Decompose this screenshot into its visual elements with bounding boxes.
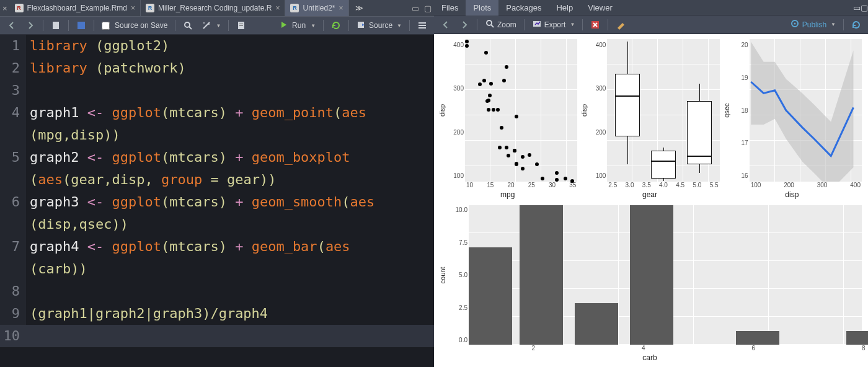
zoom-icon — [485, 19, 495, 30]
line-number: 1 — [0, 35, 26, 57]
code-line — [26, 79, 434, 102]
line-number — [0, 169, 26, 191]
plots-toolbar: Zoom Export▼ Publish▼ — [434, 15, 868, 34]
ylabel: disp — [580, 104, 588, 117]
code-line: library (ggplot2) — [26, 35, 434, 57]
svg-rect-6 — [239, 24, 243, 24]
code-line: library (patchwork) — [26, 57, 434, 79]
line-number: 9 — [0, 303, 26, 325]
source-icon — [356, 20, 366, 32]
tab-label: Flexdashboard_Example.Rmd — [27, 4, 127, 12]
code-line: (disp,qsec)) — [26, 213, 434, 236]
line-number: 2 — [0, 57, 26, 79]
code-line: (mpg,disp)) — [26, 124, 434, 146]
plot-scatter: disp 400300200100 101520253035 mpg — [438, 39, 577, 200]
ylabel: count — [439, 267, 446, 283]
svg-point-2 — [185, 22, 190, 27]
close-icon[interactable]: × — [275, 4, 280, 12]
tab-packages[interactable]: Packages — [498, 0, 549, 15]
publish-icon — [790, 19, 800, 30]
run-label: Run — [292, 21, 306, 30]
editor-tab-bar: × R Flexdashboard_Example.Rmd × R Miller… — [0, 0, 434, 16]
code-line: (aes(gear,disp, group = gear)) — [26, 169, 434, 191]
minimize-icon[interactable]: ▭ — [409, 4, 422, 13]
clear-plots-button[interactable] — [613, 18, 629, 32]
line-number — [0, 213, 26, 236]
code-line — [26, 280, 434, 303]
zoom-button[interactable]: Zoom — [482, 17, 520, 32]
report-button[interactable] — [233, 19, 249, 32]
line-number: 7 — [0, 236, 26, 258]
svg-point-4 — [208, 24, 210, 25]
svg-rect-1 — [78, 22, 85, 29]
plot-back-button[interactable] — [438, 18, 454, 32]
xlabel: carb — [438, 353, 862, 365]
close-icon[interactable]: × — [339, 4, 343, 12]
editor-tab-flexdashboard[interactable]: R Flexdashboard_Example.Rmd × — [10, 0, 141, 16]
close-icon[interactable]: × — [131, 4, 135, 12]
find-button[interactable] — [180, 19, 196, 32]
r-file-icon: R — [146, 4, 154, 12]
svg-rect-11 — [418, 27, 426, 29]
svg-rect-0 — [53, 22, 59, 29]
back-button[interactable] — [4, 19, 20, 32]
rmd-file-icon: R — [15, 4, 24, 12]
app-root: × R Flexdashboard_Example.Rmd × R Miller… — [0, 0, 868, 367]
refresh-button[interactable] — [848, 18, 864, 32]
tab-overflow-icon[interactable]: ≫ — [349, 4, 370, 12]
tab-plots[interactable]: Plots — [466, 0, 498, 15]
plot-device: disp 400300200100 101520253035 mpg disp … — [434, 34, 868, 367]
show-document-button[interactable] — [48, 19, 64, 32]
plot-smooth: qsec 2019181716 100200300400 disp — [722, 39, 862, 200]
plot-boxplot: disp 400300200100 2.53.03.54.04.55.05.5 … — [580, 39, 719, 200]
pane-close-icon[interactable]: × — [0, 4, 10, 13]
xlabel: disp — [722, 190, 862, 200]
source-label: Source — [369, 21, 392, 30]
plot-bar: count 10.07.55.02.50.0 2468 carb — [438, 205, 862, 365]
editor-toolbar: Source on Save ▼ Run▼ Source▼ — [0, 16, 434, 35]
editor-tab-untitled2[interactable]: R Untitled2* × — [285, 0, 348, 16]
code-editor[interactable]: 1library (ggplot2) 2library (patchwork) … — [0, 35, 434, 367]
code-line: graph2 <- ggplot(mtcars) + geom_boxplot — [26, 146, 434, 169]
plots-pane: Files Plots Packages Help Viewer ▭ ▢ Zoo… — [434, 0, 868, 367]
xlabel: mpg — [438, 190, 577, 200]
code-line: (carb)) — [26, 258, 434, 280]
line-number: 4 — [0, 102, 26, 124]
outline-button[interactable] — [414, 19, 430, 32]
xlabel: gear — [580, 190, 719, 200]
svg-rect-10 — [418, 25, 426, 26]
code-line: graph1 <- ggplot(mtcars) + geom_point(ae… — [26, 102, 434, 124]
run-icon — [279, 20, 289, 32]
svg-point-12 — [487, 20, 492, 25]
tab-help[interactable]: Help — [549, 0, 580, 15]
code-line: graph3 <- ggplot(mtcars) + geom_smooth(a… — [26, 191, 434, 213]
export-icon — [532, 19, 542, 30]
editor-tab-miller[interactable]: R Miller_Research Coding_update.R × — [141, 0, 285, 16]
save-button[interactable] — [73, 19, 89, 32]
tab-label: Miller_Research Coding_update.R — [158, 4, 272, 12]
source-on-save-label: Source on Save — [115, 21, 167, 30]
export-label: Export — [544, 20, 566, 29]
publish-button[interactable]: Publish▼ — [787, 17, 839, 32]
ylabel: disp — [438, 104, 446, 117]
remove-plot-button[interactable] — [587, 18, 603, 32]
tab-files[interactable]: Files — [434, 0, 466, 15]
line-number — [0, 258, 26, 280]
line-number: 6 — [0, 191, 26, 213]
run-button[interactable]: Run▼ — [276, 18, 319, 33]
export-button[interactable]: Export▼ — [529, 17, 578, 32]
rerun-button[interactable] — [328, 19, 344, 32]
plots-tab-bar: Files Plots Packages Help Viewer ▭ ▢ — [434, 0, 868, 15]
source-on-save-checkbox[interactable] — [102, 22, 110, 30]
maximize-icon[interactable]: ▢ — [861, 3, 868, 12]
minimize-icon[interactable]: ▭ — [853, 3, 861, 12]
source-button[interactable]: Source▼ — [353, 18, 405, 33]
code-line: (graph1|graph2|graph3)/graph4 — [26, 303, 434, 325]
source-on-save-toggle[interactable]: Source on Save — [99, 19, 170, 32]
code-line-current — [26, 325, 434, 347]
tab-viewer[interactable]: Viewer — [580, 0, 620, 15]
maximize-icon[interactable]: ▢ — [422, 4, 434, 13]
forward-button[interactable] — [22, 19, 38, 32]
wand-button[interactable]: ▼ — [198, 19, 224, 32]
plot-forward-button[interactable] — [456, 18, 472, 32]
